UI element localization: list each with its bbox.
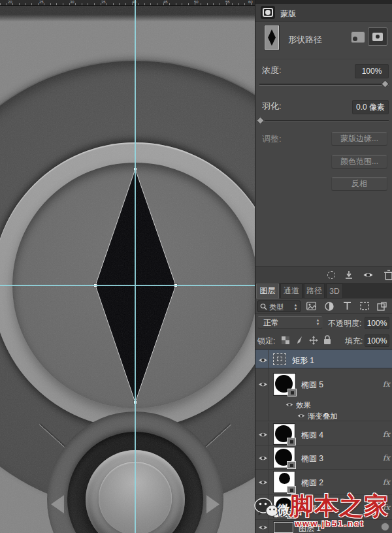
layer-row-rect1[interactable]: 矩形 1 xyxy=(255,349,392,368)
masks-panel-header: 蒙版 xyxy=(255,4,392,22)
visibility-eye-icon[interactable] xyxy=(258,479,268,486)
blend-row: 正常 ▲▼ 不透明度: 100% xyxy=(255,314,392,331)
lock-label: 锁定: xyxy=(257,336,275,346)
blend-mode-value: 正常 xyxy=(263,318,279,327)
shape-path-label: 形状路径 xyxy=(288,35,322,44)
filter-smart-objects-icon[interactable] xyxy=(377,302,387,311)
fill-label: 填充: xyxy=(345,336,363,346)
layer-row-ellipse3[interactable]: 椭圆 3 fx xyxy=(255,446,392,470)
top-ruler[interactable]: 20 25 30 35 40 45 50 55 60 xyxy=(0,0,255,6)
search-icon xyxy=(260,303,267,310)
filter-type-layers-icon[interactable] xyxy=(343,302,351,310)
filter-kind-label: 类型 xyxy=(269,302,284,312)
layers-list: 矩形 1 椭圆 5 fx 效果 xyxy=(255,349,392,533)
opacity-value-field[interactable]: 100% xyxy=(365,317,389,329)
adjust-label: 调整: xyxy=(262,135,282,144)
feather-slider-track[interactable] xyxy=(259,120,389,122)
density-slider-track[interactable] xyxy=(259,84,389,86)
add-pixel-mask-button[interactable] xyxy=(351,31,365,43)
fx-badge[interactable]: fx xyxy=(383,453,390,462)
lock-image-brush-icon[interactable] xyxy=(295,336,303,345)
mask-edge-button[interactable]: 蒙版边缘... xyxy=(331,132,387,146)
document-canvas[interactable]: 20 25 30 35 40 45 50 55 60 xyxy=(0,0,255,533)
vertical-guide[interactable] xyxy=(135,6,136,533)
layer-row-ellipse1[interactable]: 椭圆 1 fx xyxy=(255,494,392,520)
tab-paths[interactable]: 路径 xyxy=(304,283,325,299)
layer-name[interactable]: 椭圆 2 xyxy=(301,477,323,489)
tab-layers[interactable]: 图层 xyxy=(256,283,279,299)
mask-selection-row: 形状路径 xyxy=(255,22,392,59)
visibility-eye-icon[interactable] xyxy=(258,504,268,511)
divider xyxy=(255,59,392,60)
shape-path-thumbnail[interactable] xyxy=(265,25,279,50)
density-value-field[interactable]: 100% xyxy=(355,64,389,78)
wedge-left xyxy=(51,495,64,513)
ruler-number: 20 xyxy=(8,0,12,4)
layer-name[interactable]: 矩形 1 xyxy=(292,355,314,366)
filter-adjustment-layers-icon[interactable] xyxy=(325,302,334,311)
layer-name[interactable]: 椭圆 5 xyxy=(301,380,323,391)
layer-name[interactable]: 椭圆 1 xyxy=(301,503,323,514)
ruler-number: 25 xyxy=(39,0,44,4)
effect-eye-icon[interactable] xyxy=(297,413,305,419)
layer-row-layer1[interactable]: 图层 1 xyxy=(255,520,392,533)
layer-row-ellipse2[interactable]: 椭圆 2 fx xyxy=(255,470,392,494)
fx-badge[interactable]: fx xyxy=(383,380,390,389)
vector-mask-badge xyxy=(287,486,296,494)
visibility-eye-icon[interactable] xyxy=(258,357,268,364)
layer-name[interactable]: 图层 1 xyxy=(299,523,321,533)
blend-mode-dropdown[interactable]: 正常 ▲▼ xyxy=(257,316,323,329)
lock-row: 锁定: 填充: 100% xyxy=(255,331,392,349)
add-vector-mask-button[interactable] xyxy=(368,27,387,46)
ruler-number: 55 xyxy=(225,0,230,4)
masks-panel-title: 蒙版 xyxy=(280,9,296,18)
stepper-arrows-icon: ▲▼ xyxy=(316,318,320,326)
apply-mask-icon[interactable] xyxy=(344,270,353,280)
color-range-button[interactable]: 颜色范围... xyxy=(331,155,387,169)
fill-value-field[interactable]: 100% xyxy=(365,334,389,347)
panel-tab-bar: 图层 通道 路径 3D xyxy=(255,283,392,299)
effect-eye-icon[interactable] xyxy=(286,402,293,408)
effects-label[interactable]: 效果 xyxy=(296,400,311,410)
tab-3d[interactable]: 3D xyxy=(326,283,343,299)
feather-value-field[interactable]: 0.0 像素 xyxy=(352,100,389,114)
vector-mask-thumbnail[interactable] xyxy=(273,353,286,365)
filter-shape-layers-icon[interactable] xyxy=(360,302,369,310)
fx-badge[interactable]: fx xyxy=(383,477,390,487)
visibility-eye-icon[interactable] xyxy=(258,524,268,531)
effects-row[interactable]: 效果 xyxy=(255,400,392,410)
lock-all-padlock-icon[interactable] xyxy=(323,335,331,345)
layer-thumbnail[interactable] xyxy=(274,522,293,533)
lock-position-move-icon[interactable] xyxy=(309,336,318,345)
layer-row-ellipse4[interactable]: 椭圆 4 fx xyxy=(255,423,392,446)
filter-kind-dropdown[interactable]: 类型 ▲▼ xyxy=(257,300,301,312)
fx-badge[interactable]: fx xyxy=(383,503,390,512)
invert-button[interactable]: 反相 xyxy=(331,177,387,191)
fx-badge[interactable]: fx xyxy=(383,430,390,439)
layer-thumbnail[interactable] xyxy=(274,472,295,493)
lock-transparency-icon[interactable] xyxy=(282,336,289,344)
vector-mask-badge xyxy=(287,438,296,445)
ruler-guide-marker xyxy=(135,0,136,6)
horizontal-guide[interactable] xyxy=(0,285,255,286)
filter-pixel-layers-icon[interactable] xyxy=(306,302,316,310)
wedge-right xyxy=(206,495,220,513)
density-slider-handle[interactable] xyxy=(381,80,389,88)
gradient-overlay-label[interactable]: 渐变叠加 xyxy=(308,412,338,421)
layer-thumbnail[interactable] xyxy=(274,424,295,444)
layer-name[interactable]: 椭圆 4 xyxy=(301,430,323,441)
layer-thumbnail[interactable] xyxy=(274,496,295,517)
layer-thumbnail[interactable] xyxy=(274,447,295,468)
mask-enabled-eye-icon[interactable] xyxy=(363,271,374,279)
layer-name[interactable]: 椭圆 3 xyxy=(301,453,323,464)
layer-thumbnail[interactable] xyxy=(274,374,295,395)
visibility-eye-icon[interactable] xyxy=(258,381,268,388)
load-selection-icon[interactable] xyxy=(327,271,335,279)
gradient-overlay-row[interactable]: 渐变叠加 xyxy=(255,410,392,421)
layer-row-ellipse5[interactable]: 椭圆 5 fx xyxy=(255,368,392,400)
tab-channels[interactable]: 通道 xyxy=(280,283,302,299)
feather-slider-handle[interactable] xyxy=(256,116,265,125)
visibility-eye-icon[interactable] xyxy=(258,431,268,438)
delete-mask-trash-icon[interactable] xyxy=(384,270,392,280)
visibility-eye-icon[interactable] xyxy=(258,455,268,462)
